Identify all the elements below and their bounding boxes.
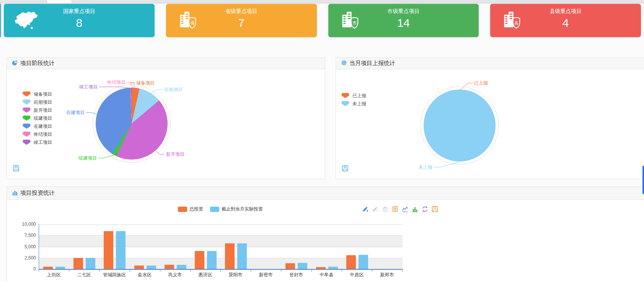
- card-value: 8: [4, 16, 155, 30]
- y-axis-label: 7,500: [8, 233, 36, 238]
- card-value: 4: [490, 16, 641, 30]
- pie-label: 在建项目: [66, 110, 85, 115]
- bar-chart-legend: 总投资截止到当月实际投资: [39, 206, 402, 212]
- switch-bar-chart-icon[interactable]: [412, 206, 418, 212]
- panel-investment: 项目投资统计 总投资截止到当月实际投资 02,5005,0007,50010,0…: [7, 186, 644, 282]
- x-axis-label: 二七区: [69, 272, 99, 278]
- stat-cards-row: 国家重点项目 8 省 省级重点项目 7: [4, 4, 641, 37]
- bar-group: [130, 266, 160, 269]
- bar-chart-icon: [12, 189, 18, 197]
- pie-chart-icon: [12, 60, 18, 67]
- active-tab-edge[interactable]: [47, 0, 72, 3]
- bar[interactable]: [147, 266, 156, 269]
- bar[interactable]: [43, 267, 53, 269]
- bar[interactable]: [195, 251, 204, 269]
- x-axis-label: 荥阳市: [220, 272, 251, 278]
- panel-project-stage: 项目阶段统计 储备项目前期项目新开项目续建项目在建项目终结项目竣工项目 竣工项目…: [7, 57, 325, 179]
- stat-card-national[interactable]: 国家重点项目 8: [4, 4, 155, 37]
- report-pie-chart[interactable]: [424, 90, 496, 161]
- bar[interactable]: [328, 267, 338, 269]
- card-value: 7: [166, 16, 317, 30]
- legend-item[interactable]: 截止到当月实际投资: [210, 206, 263, 212]
- legend-item[interactable]: 新开项目: [23, 108, 52, 113]
- clipped-card-edge: [0, 4, 1, 37]
- pie-label: 新开项目: [166, 152, 184, 157]
- legend-item[interactable]: 已上报: [341, 93, 366, 98]
- legend-item[interactable]: 终结项目: [23, 132, 52, 137]
- x-axis-label: 上街区: [39, 272, 69, 278]
- legend-item[interactable]: 储备项目: [23, 91, 52, 97]
- x-axis-label: 巩义市: [160, 272, 190, 278]
- data-view-icon[interactable]: [392, 206, 398, 212]
- save-image-icon[interactable]: [13, 165, 19, 173]
- bar[interactable]: [104, 231, 113, 269]
- stage-pie-chart[interactable]: [96, 88, 168, 160]
- card-title: 国家重点项目: [4, 8, 155, 15]
- x-axis-label: 惠济区: [190, 272, 220, 278]
- pie-label: 未上报: [419, 165, 432, 170]
- stage-pie-legend: 储备项目前期项目新开项目续建项目在建项目终结项目竣工项目: [23, 91, 52, 148]
- legend-item[interactable]: 未上报: [341, 101, 366, 106]
- bar-group: [221, 243, 251, 269]
- stat-card-municipal[interactable]: 市 市级重点项目 14: [328, 4, 479, 37]
- bar[interactable]: [86, 258, 95, 269]
- legend-item[interactable]: 续建项目: [23, 116, 52, 121]
- brush-add-icon[interactable]: [362, 206, 368, 212]
- dashboard-screen: 国家重点项目 8 省 省级重点项目 7: [0, 0, 644, 282]
- x-axis-label: 中牟县: [311, 272, 342, 278]
- y-axis-label: 2,500: [8, 255, 36, 261]
- x-axis-labels: 上街区二七区管城回族区金水区巩义市惠济区荥阳市新密市登封市中牟县中原区新郑市: [39, 272, 402, 278]
- x-axis-label: 新密市: [251, 272, 281, 278]
- y-axis-label: 10,000: [8, 222, 36, 227]
- report-pie-legend: 已上报未上报: [341, 93, 366, 109]
- legend-item[interactable]: 总投资: [178, 206, 203, 212]
- panel-title: 项目阶段统计: [20, 60, 55, 67]
- bar[interactable]: [55, 267, 65, 269]
- bar[interactable]: [73, 258, 83, 269]
- bar[interactable]: [177, 265, 186, 269]
- y-axis-label: 5,000: [8, 244, 36, 249]
- x-axis-label: 新郑市: [372, 272, 402, 278]
- legend-item[interactable]: 竣工项目: [23, 140, 52, 145]
- legend-item[interactable]: 在建项目: [23, 124, 52, 129]
- bar[interactable]: [225, 243, 235, 269]
- stat-card-county[interactable]: 县 县级重点项目 4: [490, 4, 641, 37]
- card-value: 14: [328, 16, 479, 30]
- browser-tab-strip[interactable]: [0, 0, 644, 3]
- x-axis-label: 金水区: [130, 272, 160, 278]
- restore-icon[interactable]: [422, 206, 428, 212]
- bar[interactable]: [298, 263, 307, 269]
- x-axis-label: 中原区: [342, 272, 372, 278]
- pie-label: 终结项目: [107, 80, 126, 85]
- x-axis-label: 登封市: [281, 272, 311, 278]
- save-image-icon[interactable]: [432, 206, 438, 212]
- brush-remove-icon[interactable]: [372, 206, 378, 212]
- bar-group: [160, 265, 191, 269]
- bar-group: [281, 263, 311, 269]
- brush-clear-icon[interactable]: [382, 206, 388, 212]
- bar[interactable]: [207, 251, 217, 269]
- legend-item[interactable]: 前期项目: [23, 99, 52, 105]
- bar[interactable]: [359, 255, 368, 269]
- switch-line-chart-icon[interactable]: [402, 206, 408, 212]
- bar[interactable]: [237, 243, 247, 269]
- bar-chart-plot[interactable]: [39, 224, 403, 270]
- bar[interactable]: [116, 231, 126, 269]
- bar[interactable]: [346, 255, 356, 269]
- bar-group: [342, 255, 372, 269]
- bar[interactable]: [285, 263, 295, 269]
- card-title: 省级重点项目: [166, 8, 317, 15]
- stat-card-provincial[interactable]: 省 省级重点项目 7: [166, 4, 317, 37]
- card-title: 县级重点项目: [490, 8, 641, 15]
- bar-group: [312, 267, 342, 269]
- bar-group: [69, 258, 99, 269]
- bar[interactable]: [316, 267, 326, 269]
- scrollbar-thumb[interactable]: [642, 166, 644, 194]
- bar[interactable]: [165, 265, 174, 269]
- save-image-icon[interactable]: [342, 165, 348, 173]
- bar[interactable]: [134, 266, 144, 269]
- bar-group: [39, 267, 69, 269]
- panel-title: 当月项目上报统计: [349, 60, 395, 67]
- pie-label: 前期项目: [164, 87, 183, 92]
- chart-toolbox: [362, 206, 438, 212]
